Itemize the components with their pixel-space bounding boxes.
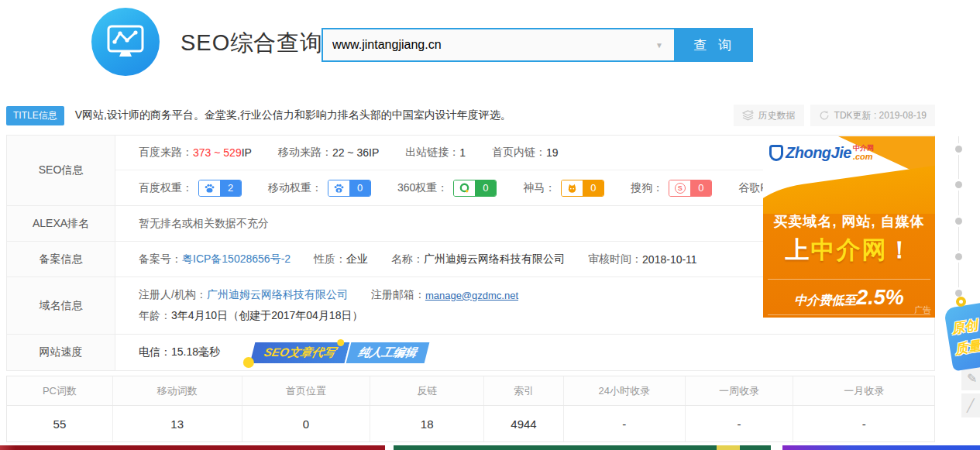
col-header-index: 索引 xyxy=(484,376,564,405)
stats-header-row: PC词数 移动词数 首页位置 反链 索引 24小时收录 一周收录 一月收录 xyxy=(7,376,934,406)
sogou-weight: 搜狗： S 0 xyxy=(631,180,712,197)
zhongjie-logo: ZhongJie 中介网 .com xyxy=(769,144,874,162)
mobile-words-value: 13 xyxy=(113,406,242,441)
title-badge: TITLE信息 xyxy=(6,106,64,125)
bottom-banner-red xyxy=(0,445,385,450)
col-header-month: 一月收录 xyxy=(793,376,934,405)
site-speed-label: 网站速度 xyxy=(7,335,115,370)
mobile-weight-badge[interactable]: 0 xyxy=(328,180,371,197)
promo-left-label: SEO文章代写 xyxy=(250,342,349,363)
search-box: ▼ xyxy=(322,28,676,62)
rail-dot-2[interactable] xyxy=(955,181,962,188)
week-value: - xyxy=(686,406,794,441)
domain-registrant: 注册人/机构： 广州迪姆云网络科技有限公司 xyxy=(139,288,348,302)
alexa-rank-text: 暂无排名或相关数据不充分 xyxy=(139,217,269,231)
search-bar: ▼ 查 询 xyxy=(322,28,753,62)
rail-dot-3[interactable] xyxy=(955,218,962,225)
baidu-traffic: 百度来路： 373 ~ 529 IP xyxy=(139,146,252,160)
ad-fee-line: 中介费低至2.5% xyxy=(768,279,930,315)
shenma-icon xyxy=(562,180,583,196)
domain-age: 年龄： 3年4月10日（创建于2017年04月18日） xyxy=(139,309,363,323)
rail-dot-5[interactable] xyxy=(955,290,962,297)
col-header-week: 一周收录 xyxy=(686,376,794,405)
icp-number-link[interactable]: 粤ICP备15028656号-2 xyxy=(182,252,291,266)
seo-info-label: SEO信息 xyxy=(7,136,115,205)
icp-number: 备案号： 粤ICP备15028656号-2 xyxy=(139,252,291,266)
icp-company-name: 名称： 广州迪姆云网络科技有限公司 xyxy=(391,252,565,266)
page-title: SEO综合查询 xyxy=(181,28,323,59)
bottom-banner-green xyxy=(394,445,771,450)
rail-dot-1[interactable] xyxy=(955,146,962,153)
col-header-backlinks: 反链 xyxy=(370,376,484,405)
bottom-banner-blue xyxy=(782,445,980,450)
dropdown-arrow-icon[interactable]: ▼ xyxy=(645,41,674,50)
home-position-value: 0 xyxy=(242,406,371,441)
refresh-icon xyxy=(819,110,830,121)
tdk-update-button[interactable]: TDK更新 : 2019-08-19 xyxy=(810,105,935,126)
original-quality-sticker[interactable]: 原创 质量 xyxy=(944,299,980,371)
so360-icon xyxy=(454,180,475,196)
icp-audit-time: 审核时间： 2018-10-11 xyxy=(588,252,697,266)
zhongjie-ad-banner[interactable]: ZhongJie 中介网 .com 买卖域名, 网站, 自媒体 上中介网！ 中介… xyxy=(763,136,935,318)
email-link[interactable]: manage@gzdmc.net xyxy=(425,290,518,301)
stats-value-row: 55 13 0 18 4944 - - - xyxy=(7,406,934,441)
baidu-weight-badge[interactable]: 2 xyxy=(198,180,242,197)
backlinks-value: 18 xyxy=(370,406,484,441)
so360-weight: 360权重： 0 xyxy=(397,180,497,197)
site-speed-row: 网站速度 电信：15.18毫秒 SEO文章代写 纯人工编辑 xyxy=(7,335,934,370)
promo-right-label: 纯人工编辑 xyxy=(344,342,429,363)
col-header-pc-words: PC词数 xyxy=(7,376,113,405)
keyword-stats-table: PC词数 移动词数 首页位置 反链 索引 24小时收录 一周收录 一月收录 55… xyxy=(6,376,935,442)
col-header-home-position: 首页位置 xyxy=(242,376,371,405)
history-data-button[interactable]: 历史数据 xyxy=(734,105,804,126)
rail-dot-4[interactable] xyxy=(955,253,962,260)
bottom-banner-yellow-segment xyxy=(717,445,740,450)
edit-button[interactable]: ✎ xyxy=(961,366,980,390)
baidu-mobile-paw-icon xyxy=(328,180,349,196)
ad-slogan: 上中介网！ xyxy=(763,234,935,266)
baidu-paw-icon xyxy=(199,180,220,196)
ad-tag: 广告 xyxy=(914,304,931,316)
seo-writing-promo-banner[interactable]: SEO文章代写 纯人工编辑 xyxy=(250,342,429,363)
pen-button[interactable]: ╱ xyxy=(961,393,980,417)
site-title-text: V网站,设计师的商务平台。金堂奖,行业公信力和影响力排名头部的中国室内设计年度评… xyxy=(75,108,511,122)
monitor-chart-icon xyxy=(106,24,145,60)
sogou-weight-badge[interactable]: S 0 xyxy=(669,180,712,197)
title-actions: 历史数据 TDK更新 : 2019-08-19 xyxy=(734,105,935,126)
shenma-weight: 神马： 0 xyxy=(523,180,604,197)
mobile-traffic: 移动来路： 22 ~ 36 IP xyxy=(278,146,379,160)
icp-nature: 性质： 企业 xyxy=(314,252,368,266)
homepage-internal-links: 首页内链： 19 xyxy=(492,146,559,160)
index-value: 4944 xyxy=(484,406,564,441)
month-value: - xyxy=(793,406,934,441)
search-input[interactable] xyxy=(323,38,645,52)
icp-info-label: 备案信息 xyxy=(7,242,115,277)
header: SEO综合查询 ▼ 查 询 xyxy=(0,0,980,93)
pen-line-icon: ╱ xyxy=(967,398,975,413)
ad-headline: 买卖域名, 网站, 自媒体 xyxy=(763,212,935,231)
shenma-weight-badge[interactable]: 0 xyxy=(561,180,604,197)
outbound-links: 出站链接： 1 xyxy=(405,146,466,160)
mobile-weight: 移动权重： 0 xyxy=(268,180,371,197)
seo-query-page: SEO综合查询 ▼ 查 询 TITLE信息 V网站,设计师的商务平台。金堂奖,行… xyxy=(0,0,980,450)
query-button[interactable]: 查 询 xyxy=(676,28,753,62)
tdk-update-label: TDK更新 : 2019-08-19 xyxy=(834,109,927,122)
speed-value: 电信：15.18毫秒 xyxy=(139,345,220,359)
h24-value: - xyxy=(564,406,686,441)
domain-email: 注册邮箱： manage@gzdmc.net xyxy=(371,288,518,302)
baidu-weight: 百度权重： 2 xyxy=(139,180,242,197)
app-logo xyxy=(91,8,160,76)
title-info-row: TITLE信息 V网站,设计师的商务平台。金堂奖,行业公信力和影响力排名头部的中… xyxy=(6,104,935,127)
domain-info-label: 域名信息 xyxy=(7,277,115,334)
shield-icon xyxy=(769,145,783,161)
alexa-rank-label: ALEXA排名 xyxy=(7,206,115,241)
pencil-icon: ✎ xyxy=(967,371,977,386)
sogou-icon: S xyxy=(669,180,690,196)
sticker-ring-icon xyxy=(956,297,966,307)
so360-weight-badge[interactable]: 0 xyxy=(453,180,497,197)
col-header-24h: 24小时收录 xyxy=(564,376,686,405)
history-data-label: 历史数据 xyxy=(758,109,796,122)
history-layers-icon xyxy=(742,110,754,121)
pc-words-value: 55 xyxy=(7,406,113,441)
registrant-link[interactable]: 广州迪姆云网络科技有限公司 xyxy=(207,288,348,302)
